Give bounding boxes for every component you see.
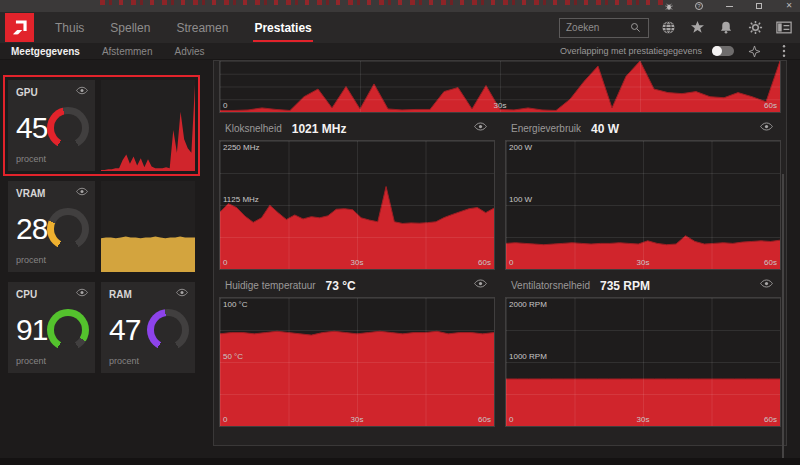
chart-title: Energieverbruik: [511, 123, 581, 134]
vram-sparkline[interactable]: [101, 181, 195, 272]
amd-logo[interactable]: [5, 13, 34, 42]
eye-icon[interactable]: [176, 288, 188, 297]
charts-row-2: Huidige temperatuur 73 °C 100 °C 50 °C 0…: [214, 270, 786, 427]
chart-title: Ventilatorsnelheid: [511, 280, 590, 291]
eye-icon[interactable]: [76, 288, 88, 297]
chart-header: Huidige temperatuur 73 °C: [219, 270, 495, 297]
feed-panel-icon[interactable]: [774, 18, 794, 38]
ventilator-plot: 2000 RPM 1000 RPM 0 30s 60s: [505, 297, 781, 427]
eye-icon[interactable]: [76, 187, 88, 196]
gauge-ring-gpu: [47, 107, 89, 149]
search-icon: [630, 22, 641, 33]
chart-current-value: 40 W: [591, 122, 619, 136]
gauge-card-ram[interactable]: RAM 47 procent: [101, 282, 195, 373]
chart-current-value: 1021 MHz: [292, 122, 347, 136]
help-icon[interactable]: ?: [692, 1, 706, 11]
gauge-value: 28: [16, 212, 47, 246]
overlay-toggle[interactable]: [712, 46, 734, 56]
kebab-menu-icon[interactable]: [774, 41, 794, 61]
gauge-row-vram: VRAM 28 procent: [8, 181, 195, 272]
gauge-unit: procent: [16, 356, 46, 366]
star-icon[interactable]: [687, 18, 707, 38]
gear-icon[interactable]: [745, 18, 765, 38]
chart-header: Kloksnelheid 1021 MHz: [219, 113, 495, 140]
chart-huidige-temperatuur: Huidige temperatuur 73 °C 100 °C 50 °C 0…: [219, 270, 495, 427]
eye-icon[interactable]: [474, 122, 487, 131]
nav-item-thuis[interactable]: Thuis: [42, 12, 97, 43]
metrics-sidebar: GPU 45 procent VRAM: [0, 60, 213, 465]
panel-scrollbar[interactable]: [782, 174, 784, 465]
nav-item-streamen[interactable]: Streamen: [163, 12, 241, 43]
window-controls: ? ✕: [662, 0, 796, 12]
main-nav: Thuis Spellen Streamen Prestaties: [0, 12, 800, 43]
maximize-button[interactable]: [752, 1, 766, 11]
titlebar: ? ✕: [0, 0, 800, 12]
gauge-row-gpu: GPU 45 procent: [8, 80, 195, 171]
nav-items: Thuis Spellen Streamen Prestaties: [42, 12, 325, 43]
titlebar-clipped-red-text: [100, 0, 665, 5]
sparkle-icon[interactable]: [744, 41, 764, 61]
gauge-card-cpu[interactable]: CPU 91 procent: [8, 282, 95, 373]
gauge-ring-ram: [147, 309, 189, 351]
bug-report-icon[interactable]: [662, 1, 676, 11]
chart-title: Huidige temperatuur: [225, 280, 316, 291]
close-button[interactable]: ✕: [782, 1, 796, 11]
chart-header: Energieverbruik 40 W: [505, 113, 781, 140]
subnav-right-tools: Overlapping met prestatiegegevens: [560, 43, 794, 59]
eye-icon[interactable]: [76, 86, 88, 95]
overlay-toggle-label: Overlapping met prestatiegegevens: [560, 46, 702, 56]
gauge-unit: procent: [16, 154, 46, 164]
eye-icon[interactable]: [474, 279, 487, 288]
chart-current-value: 73 °C: [326, 279, 356, 293]
nav-item-spellen[interactable]: Spellen: [97, 12, 163, 43]
gauge-value: 47: [109, 313, 140, 347]
chart-title: Kloksnelheid: [225, 123, 282, 134]
charts-row-1: Kloksnelheid 1021 MHz 2250 MHz 1125 MHz …: [214, 113, 786, 270]
subnav-item-advies[interactable]: Advies: [164, 46, 216, 57]
gauge-card-vram[interactable]: VRAM 28 procent: [8, 181, 95, 272]
search-box: [559, 18, 649, 38]
gauge-ring-cpu: [47, 309, 89, 351]
gauge-value: 45: [16, 111, 47, 145]
eye-icon[interactable]: [760, 279, 773, 288]
energieverbruik-plot: 200 W 100 W 0 30s 60s: [505, 140, 781, 270]
nav-item-prestaties[interactable]: Prestaties: [241, 12, 324, 43]
gpu-usage-chart-partial: 0 30s 60s: [219, 61, 781, 113]
content-area: GPU 45 procent VRAM: [0, 60, 800, 465]
bell-icon[interactable]: [716, 18, 736, 38]
search-input[interactable]: [560, 20, 630, 36]
window-bottom-edge: [0, 458, 800, 465]
temperatuur-plot: 100 °C 50 °C 0 30s 60s: [219, 297, 495, 427]
chart-energieverbruik: Energieverbruik 40 W 200 W 100 W 0 30s: [505, 113, 781, 270]
minimize-button[interactable]: [722, 1, 736, 11]
gauge-label: GPU: [16, 87, 38, 98]
gauge-row-cpu-ram: CPU 91 procent RAM 47: [8, 282, 195, 373]
gauge-ring-vram: [47, 208, 89, 250]
gauge-value: 91: [16, 313, 47, 347]
gauge-unit: procent: [16, 255, 46, 265]
charts-panel: 0 30s 60s Kloksnelheid 1021 MHz: [213, 60, 787, 446]
gpu-sparkline[interactable]: [101, 80, 195, 171]
gauge-label: CPU: [16, 289, 37, 300]
subnav: Meetgegevens Afstemmen Advies Overlappin…: [0, 43, 800, 60]
nav-right-tools: [559, 12, 794, 43]
eye-icon[interactable]: [760, 122, 773, 131]
kloksnelheid-plot: 2250 MHz 1125 MHz 0 30s 60s: [219, 140, 495, 270]
subnav-item-afstemmen[interactable]: Afstemmen: [91, 46, 164, 57]
globe-icon[interactable]: [658, 18, 678, 38]
gauge-label: RAM: [109, 289, 132, 300]
chart-current-value: 735 RPM: [600, 279, 650, 293]
amd-software-window: ? ✕ Thuis Spellen Streamen Prestaties: [0, 0, 800, 465]
gauge-label: VRAM: [16, 188, 45, 199]
subnav-item-meetgegevens[interactable]: Meetgegevens: [0, 46, 91, 57]
chart-ventilatorsnelheid: Ventilatorsnelheid 735 RPM 2000 RPM 1000…: [505, 270, 781, 427]
gauge-unit: procent: [109, 356, 139, 366]
gauge-card-gpu[interactable]: GPU 45 procent: [8, 80, 95, 171]
chart-header: Ventilatorsnelheid 735 RPM: [505, 270, 781, 297]
chart-kloksnelheid: Kloksnelheid 1021 MHz 2250 MHz 1125 MHz …: [219, 113, 495, 270]
